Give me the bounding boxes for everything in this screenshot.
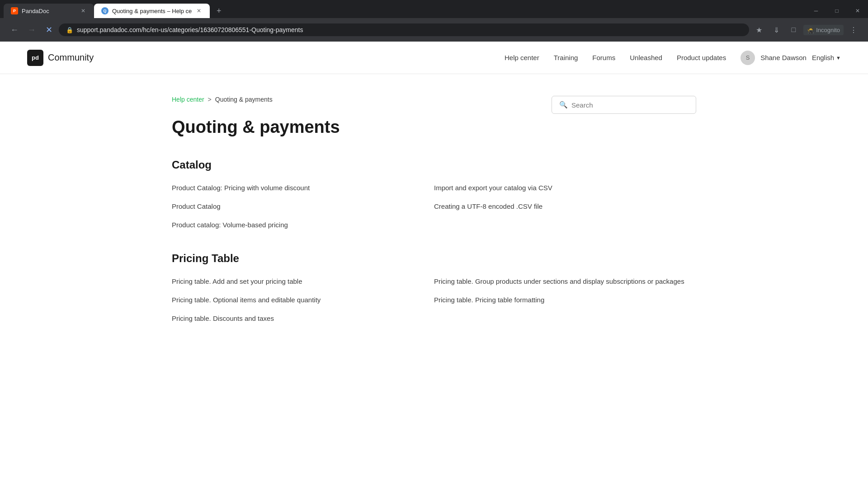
- article-grid-catalog: Product Catalog: Pricing with volume dis…: [172, 182, 696, 230]
- forward-button[interactable]: →: [24, 23, 39, 37]
- lock-icon: 🔒: [66, 27, 73, 33]
- article-link[interactable]: Pricing table. Pricing table formatting: [434, 294, 696, 305]
- article-link[interactable]: Pricing table. Optional items and editab…: [172, 294, 434, 305]
- tab-quoting[interactable]: Q Quoting & payments – Help ce ✕: [94, 4, 210, 18]
- section-catalog-title: Catalog: [172, 159, 696, 171]
- article-grid-pricing: Pricing table. Add and set your pricing …: [172, 276, 696, 324]
- article-link[interactable]: Product Catalog: Pricing with volume dis…: [172, 182, 434, 193]
- article-link[interactable]: Pricing table. Discounts and taxes: [172, 313, 434, 324]
- nav-training[interactable]: Training: [554, 54, 578, 61]
- main-content: 🔍 Help center > Quoting & payments Quoti…: [145, 74, 723, 367]
- nav-unleashed[interactable]: Unleashed: [630, 54, 662, 61]
- reload-button[interactable]: ✕: [42, 23, 56, 37]
- page-title: Quoting & payments: [172, 117, 696, 137]
- language-label: English: [812, 54, 834, 61]
- minimize-button[interactable]: ─: [806, 4, 826, 18]
- article-link[interactable]: Product catalog: Volume-based pricing: [172, 219, 434, 230]
- nav-help-center[interactable]: Help center: [505, 54, 539, 61]
- section-pricing-title: Pricing Table: [172, 252, 696, 265]
- menu-button[interactable]: ⋮: [846, 23, 861, 37]
- back-button[interactable]: ←: [7, 23, 22, 37]
- incognito-label: Incognito: [816, 27, 840, 33]
- article-link[interactable]: Pricing table. Group products under sect…: [434, 276, 696, 287]
- tab-favicon-pandadoc: P: [11, 7, 18, 14]
- incognito-badge: 🥷 Incognito: [803, 25, 844, 35]
- window-controls: ─ □ ✕: [806, 4, 868, 18]
- maximize-button[interactable]: □: [826, 4, 847, 18]
- download-button[interactable]: ⇓: [769, 23, 783, 37]
- section-pricing-table: Pricing Table Pricing table. Add and set…: [172, 252, 696, 324]
- tab-close-quoting[interactable]: ✕: [195, 7, 203, 14]
- top-nav: pd Community Help center Training Forums…: [0, 42, 868, 74]
- tab-pandadoc[interactable]: P PandaDoc ✕: [4, 4, 94, 18]
- user-avatar: S: [741, 51, 755, 65]
- pricing-articles-right: Pricing table. Group products under sect…: [434, 276, 696, 324]
- article-link[interactable]: Import and export your catalog via CSV: [434, 182, 696, 193]
- catalog-articles-left: Product Catalog: Pricing with volume dis…: [172, 182, 434, 230]
- omnibar: ← → ✕ 🔒 support.pandadoc.com/hc/en-us/ca…: [0, 18, 868, 42]
- tab-bar: P PandaDoc ✕ Q Quoting & payments – Help…: [0, 0, 868, 18]
- bookmark-button[interactable]: ★: [752, 23, 766, 37]
- chevron-down-icon: ▼: [836, 55, 841, 61]
- article-link[interactable]: Pricing table. Add and set your pricing …: [172, 276, 434, 287]
- logo-icon: pd: [27, 50, 43, 66]
- article-link[interactable]: Product Catalog: [172, 201, 434, 212]
- url-text: support.pandadoc.com/hc/en-us/categories…: [77, 26, 742, 33]
- nav-forums[interactable]: Forums: [592, 54, 615, 61]
- section-catalog: Catalog Product Catalog: Pricing with vo…: [172, 159, 696, 230]
- tab-title-pandadoc: PandaDoc: [22, 8, 76, 14]
- new-tab-button[interactable]: +: [212, 4, 226, 18]
- pricing-articles-left: Pricing table. Add and set your pricing …: [172, 276, 434, 324]
- nav-product-updates[interactable]: Product updates: [677, 54, 726, 61]
- nav-links: Help center Training Forums Unleashed Pr…: [505, 54, 726, 61]
- browser-window: P PandaDoc ✕ Q Quoting & payments – Help…: [0, 0, 868, 42]
- language-selector[interactable]: English ▼: [812, 54, 841, 61]
- search-bar[interactable]: 🔍: [552, 96, 696, 114]
- tab-title-quoting: Quoting & payments – Help ce: [112, 8, 192, 14]
- profile-button[interactable]: □: [786, 23, 801, 37]
- incognito-icon: 🥷: [807, 27, 814, 33]
- breadcrumb-home-link[interactable]: Help center: [172, 96, 204, 103]
- page-content: pd Community Help center Training Forums…: [0, 42, 868, 448]
- article-link[interactable]: Creating a UTF-8 encoded .CSV file: [434, 201, 696, 212]
- user-name: Shane Dawson: [760, 54, 807, 61]
- search-container: 🔍: [552, 96, 696, 114]
- search-input[interactable]: [571, 101, 689, 109]
- close-button[interactable]: ✕: [847, 4, 868, 18]
- search-icon: 🔍: [559, 101, 568, 109]
- user-area: S Shane Dawson English ▼: [741, 51, 841, 65]
- tab-favicon-quoting: Q: [101, 7, 108, 14]
- url-bar[interactable]: 🔒 support.pandadoc.com/hc/en-us/categori…: [59, 23, 749, 36]
- logo-text: Community: [48, 52, 94, 63]
- logo-link[interactable]: pd Community: [27, 50, 94, 66]
- breadcrumb-current: Quoting & payments: [215, 96, 273, 103]
- tab-close-pandadoc[interactable]: ✕: [80, 7, 87, 14]
- breadcrumb-separator: >: [208, 96, 212, 103]
- catalog-articles-right: Import and export your catalog via CSV C…: [434, 182, 696, 230]
